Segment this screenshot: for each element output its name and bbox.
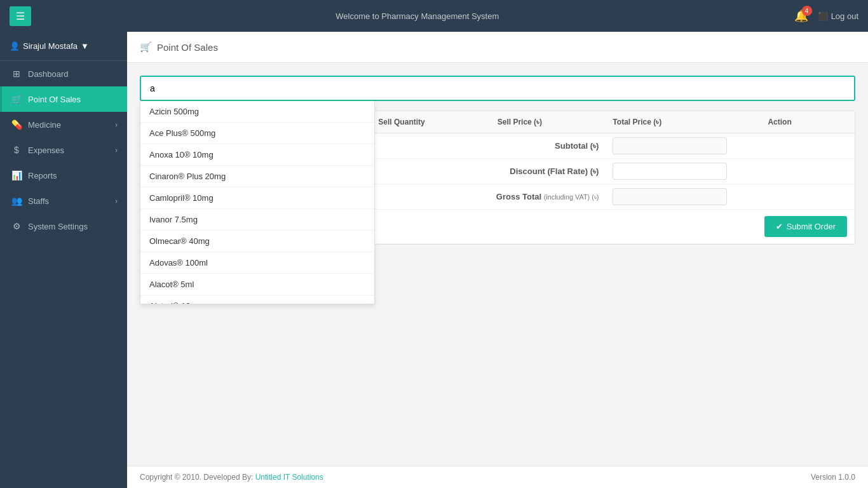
sidebar-user: 👤 Sirajul Mostafa ▼ — [0, 32, 127, 61]
col-sell-price: Sell Price (৳) — [490, 111, 606, 133]
sidebar-item-label: Expenses — [28, 146, 64, 155]
col-sell-qty: Sell Quantity — [370, 111, 489, 133]
sidebar-item-label: Reports — [28, 171, 57, 180]
col-action: Action — [760, 111, 855, 133]
menu-toggle-button[interactable]: ☰ — [10, 6, 31, 26]
staffs-icon: 👥 — [11, 196, 22, 206]
sidebar-item-label: Staffs — [28, 196, 49, 206]
medicine-search-wrapper: Azicin 500mg Ace Plus® 500mg Anoxa 10® 1… — [140, 76, 855, 101]
checkmark-icon: ✔ — [776, 222, 783, 231]
submit-order-button[interactable]: ✔ Submit Order — [764, 216, 847, 237]
logout-label: Log out — [831, 11, 858, 21]
medicine-search-input[interactable] — [140, 76, 855, 101]
content-header: 🛒 Point Of Sales — [127, 32, 868, 63]
main-content: 🛒 Point Of Sales Azicin 500mg Ace Plus® … — [127, 32, 868, 488]
notification-button[interactable]: 🔔 4 — [794, 9, 808, 23]
pos-icon: 🛒 — [11, 94, 22, 104]
chevron-right-icon: › — [115, 146, 118, 154]
medicine-dropdown: Azicin 500mg Ace Plus® 500mg Anoxa 10® 1… — [140, 101, 375, 304]
dropdown-item[interactable]: Adovas® 100ml — [140, 252, 374, 274]
cart-icon: 🛒 — [140, 41, 152, 53]
sidebar-item-dashboard[interactable]: ⊞ Dashboard — [0, 61, 127, 86]
dropdown-item[interactable]: Azicin 500mg — [140, 101, 374, 123]
dropdown-item[interactable]: Olmecar® 40mg — [140, 231, 374, 252]
notification-badge: 4 — [802, 6, 812, 16]
gross-total-value — [605, 184, 855, 210]
sidebar: 👤 Sirajul Mostafa ▼ ⊞ Dashboard 🛒 Point … — [0, 32, 127, 488]
user-dropdown-icon: ▼ — [81, 41, 89, 51]
settings-icon: ⚙ — [11, 221, 22, 231]
dropdown-item[interactable]: Camlopril® 10mg — [140, 187, 374, 209]
sidebar-item-label: Point Of Sales — [28, 95, 81, 104]
reports-icon: 📊 — [11, 170, 22, 180]
page-title: Point Of Sales — [157, 42, 218, 53]
footer-version: Version 1.0.0 — [811, 473, 855, 482]
sidebar-nav: ⊞ Dashboard 🛒 Point Of Sales 💊 Medicine … — [0, 61, 127, 488]
welcome-text: Welcome to Pharmacy Management System — [41, 11, 794, 21]
top-actions: 🔔 4 ⬛ Log out — [794, 9, 858, 23]
main-layout: 👤 Sirajul Mostafa ▼ ⊞ Dashboard 🛒 Point … — [0, 32, 868, 488]
dropdown-item[interactable]: Alatrol® 10mg — [140, 295, 374, 304]
logout-icon: ⬛ — [818, 11, 828, 21]
medicine-icon: 💊 — [11, 119, 22, 130]
subtotal-input[interactable] — [613, 137, 727, 154]
dropdown-item[interactable]: Alacot® 5ml — [140, 274, 374, 295]
chevron-right-icon: › — [115, 197, 118, 205]
sidebar-item-expenses[interactable]: $ Expenses › — [0, 137, 127, 163]
discount-value — [605, 159, 855, 184]
dropdown-item[interactable]: Anoxa 10® 10mg — [140, 144, 374, 166]
user-icon: 👤 — [10, 41, 20, 51]
sidebar-item-point-of-sales[interactable]: 🛒 Point Of Sales — [0, 86, 127, 112]
dashboard-icon: ⊞ — [11, 69, 22, 79]
sidebar-item-label: Medicine — [28, 120, 61, 130]
username: Sirajul Mostafa — [23, 41, 78, 51]
sidebar-item-staffs[interactable]: 👥 Staffs › — [0, 188, 127, 214]
col-total-price: Total Price (৳) — [605, 111, 760, 133]
sidebar-item-reports[interactable]: 📊 Reports — [0, 163, 127, 188]
dropdown-item[interactable]: Ivanor 7.5mg — [140, 209, 374, 231]
footer-copyright: Copyright © 2010. Developed By: — [140, 473, 253, 482]
footer-developer-link[interactable]: Untitled IT Solutions — [255, 473, 323, 482]
submit-label: Submit Order — [787, 222, 836, 231]
sidebar-item-medicine[interactable]: 💊 Medicine › — [0, 112, 127, 137]
gross-total-input[interactable] — [613, 188, 727, 205]
discount-input[interactable] — [613, 163, 727, 180]
sidebar-item-label: Dashboard — [28, 69, 69, 79]
sidebar-item-label: System Settings — [28, 222, 88, 231]
logout-button[interactable]: ⬛ Log out — [818, 11, 858, 21]
footer: Copyright © 2010. Developed By: Untitled… — [127, 466, 868, 488]
subtotal-value — [605, 133, 855, 159]
expenses-icon: $ — [11, 145, 22, 155]
app-wrapper: ☰ Welcome to Pharmacy Management System … — [0, 0, 868, 488]
dropdown-item[interactable]: Cinaron® Plus 20mg — [140, 166, 374, 187]
chevron-right-icon: › — [115, 121, 118, 128]
top-bar: ☰ Welcome to Pharmacy Management System … — [0, 0, 868, 32]
footer-left: Copyright © 2010. Developed By: Untitled… — [140, 473, 323, 482]
sidebar-item-system-settings[interactable]: ⚙ System Settings — [0, 214, 127, 239]
content-body: Azicin 500mg Ace Plus® 500mg Anoxa 10® 1… — [127, 63, 868, 466]
dropdown-item[interactable]: Ace Plus® 500mg — [140, 123, 374, 144]
